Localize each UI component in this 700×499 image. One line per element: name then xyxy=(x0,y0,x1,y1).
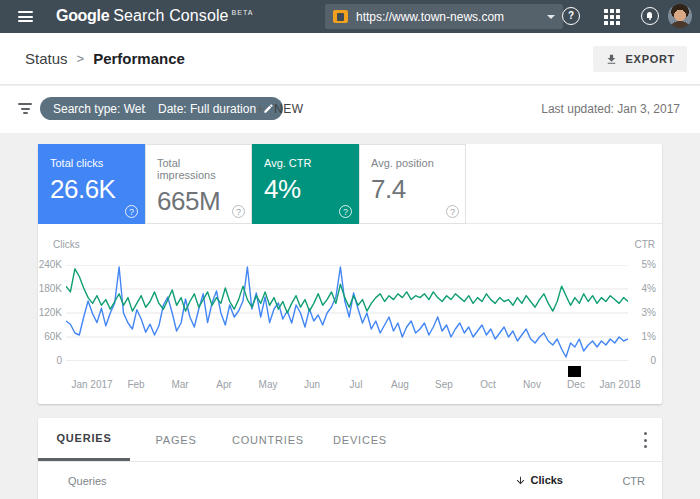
x-axis-tick: May xyxy=(259,379,278,390)
y-axis-left-tick: 60K xyxy=(44,332,62,342)
x-axis-tick: Dec xyxy=(567,379,585,390)
tab-countries[interactable]: COUNTRIES xyxy=(222,418,314,461)
y-axis-left-tick: 180K xyxy=(39,284,62,294)
y-axis-right-ticks: 5%4%3%1%0 xyxy=(634,265,656,361)
dimension-tabs: QUERIESPAGESCOUNTRIESDEVICES xyxy=(38,418,662,462)
metric-card-avg-position[interactable]: Avg. position7.4? xyxy=(359,144,466,224)
y-axis-left-title: Clicks xyxy=(53,239,80,250)
metric-value: 4% xyxy=(264,174,347,205)
download-icon xyxy=(605,53,618,66)
property-icon xyxy=(333,10,348,23)
x-axis-tick: Aug xyxy=(391,379,409,390)
series-clicks xyxy=(66,267,628,357)
sort-arrow-down-icon xyxy=(515,475,526,486)
y-axis-right-tick: 5% xyxy=(642,260,656,270)
y-axis-right-tick: 4% xyxy=(642,284,656,294)
x-axis-tick: Mar xyxy=(171,379,188,390)
more-options-icon[interactable] xyxy=(644,432,648,448)
x-axis-tick: Jan 2018 xyxy=(599,379,640,390)
metric-card-total-impressions[interactable]: Total impressions665M? xyxy=(145,144,252,224)
new-label: NEW xyxy=(274,102,304,116)
export-button[interactable]: EXPORT xyxy=(593,46,687,72)
property-selector[interactable]: https://www.town-news.com xyxy=(325,4,563,29)
column-header-queries[interactable]: Queries xyxy=(68,475,107,487)
help-icon[interactable]: ? xyxy=(339,205,352,218)
help-icon[interactable]: ? xyxy=(125,205,138,218)
export-label: EXPORT xyxy=(626,53,675,65)
breadcrumb-separator: > xyxy=(77,51,85,66)
x-axis-tick: Nov xyxy=(523,379,541,390)
tab-devices[interactable]: DEVICES xyxy=(314,418,406,461)
dimensions-card: QUERIESPAGESCOUNTRIESDEVICES Queries Cli… xyxy=(38,418,662,499)
logo-search-console: Search Console xyxy=(113,7,228,24)
column-header-ctr[interactable]: CTR xyxy=(622,475,645,487)
metric-value: 7.4 xyxy=(371,174,454,205)
breadcrumb: Status > Performance xyxy=(25,50,185,67)
performance-chart[interactable] xyxy=(66,265,628,361)
x-axis-tick: Oct xyxy=(480,379,496,390)
metric-card-avg-ctr[interactable]: Avg. CTR4%? xyxy=(252,144,359,224)
y-axis-right-tick: 3% xyxy=(642,308,656,318)
y-axis-left-ticks: 240K180K120K60K0 xyxy=(38,265,62,361)
metric-value: 665M xyxy=(157,186,240,217)
breadcrumb-bar: Status > Performance EXPORT xyxy=(0,33,700,85)
metric-label: Total clicks xyxy=(50,157,133,169)
filter-icon[interactable] xyxy=(18,103,32,114)
x-axis-tick: Sep xyxy=(435,379,453,390)
y-axis-left-tick: 0 xyxy=(56,356,62,366)
clicks-header-label: Clicks xyxy=(531,474,563,486)
tab-queries[interactable]: QUERIES xyxy=(38,418,130,461)
breadcrumb-status[interactable]: Status xyxy=(25,50,68,67)
filter-bar: Search type: Web Date: Full duration NEW… xyxy=(0,86,700,133)
x-axis-tick: Jun xyxy=(304,379,320,390)
notifications-icon[interactable] xyxy=(641,7,659,25)
chart-block: Clicks CTR 240K180K120K60K0 5%4%3%1%0 Ja… xyxy=(38,224,662,403)
x-axis-ticks: Jan 2017FebMarAprMayJunJulAugSepOctNovDe… xyxy=(66,379,628,391)
y-axis-left-tick: 120K xyxy=(39,308,62,318)
column-header-clicks[interactable]: Clicks xyxy=(515,474,563,486)
metric-cards: Total clicks26.6K?Total impressions665M?… xyxy=(38,144,662,224)
metric-label: Total impressions xyxy=(157,157,240,181)
metric-value: 26.6K xyxy=(50,174,133,205)
y-axis-left-tick: 240K xyxy=(39,260,62,270)
top-app-bar: GoogleSearch ConsoleBETA https://www.tow… xyxy=(0,0,700,33)
avatar[interactable] xyxy=(668,4,692,28)
y-axis-right-tick: 1% xyxy=(642,332,656,342)
help-icon[interactable]: ? xyxy=(562,7,580,25)
app-logo: GoogleSearch ConsoleBETA xyxy=(56,7,253,25)
performance-card: Total clicks26.6K?Total impressions665M?… xyxy=(38,144,662,404)
metric-label: Avg. position xyxy=(371,157,454,169)
x-axis-tick: Jan 2017 xyxy=(71,379,112,390)
tab-pages[interactable]: PAGES xyxy=(130,418,222,461)
menu-icon[interactable] xyxy=(18,11,33,22)
x-axis-tick: Jul xyxy=(350,379,363,390)
plus-icon xyxy=(253,102,267,116)
x-axis-tick: Feb xyxy=(127,379,144,390)
page-title: Performance xyxy=(93,50,185,67)
help-icon[interactable]: ? xyxy=(446,205,459,218)
x-axis-tick: Apr xyxy=(216,379,232,390)
chip-label: Date: Full duration xyxy=(158,102,256,116)
new-filter-button[interactable]: NEW xyxy=(253,97,304,120)
chevron-down-icon xyxy=(547,15,555,19)
logo-google: Google xyxy=(56,7,109,24)
apps-grid-icon[interactable] xyxy=(604,9,620,25)
y-axis-right-title: CTR xyxy=(634,239,655,250)
mouse-cursor xyxy=(568,366,581,377)
property-url: https://www.town-news.com xyxy=(356,10,547,24)
y-axis-right-tick: 0 xyxy=(650,356,656,366)
beta-badge: BETA xyxy=(232,9,254,16)
chip-label: Search type: Web xyxy=(53,102,148,116)
table-header-row: Queries Clicks CTR xyxy=(38,462,662,499)
metric-card-total-clicks[interactable]: Total clicks26.6K? xyxy=(38,144,145,224)
metric-label: Avg. CTR xyxy=(264,157,347,169)
help-icon[interactable]: ? xyxy=(232,205,245,218)
last-updated-text: Last updated: Jan 3, 2017 xyxy=(541,102,680,116)
